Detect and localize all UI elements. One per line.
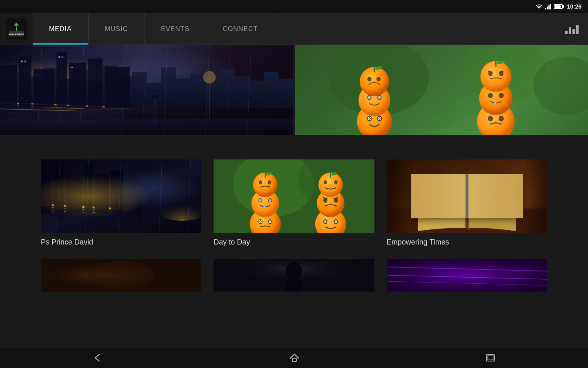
recents-button[interactable] (470, 351, 511, 365)
spacer (0, 135, 588, 147)
tab-connect[interactable]: CONNECT (206, 13, 274, 45)
svg-point-111 (334, 180, 338, 184)
thumbnail-day-to-day[interactable]: Day to Day (214, 159, 374, 247)
svg-rect-72 (111, 170, 123, 213)
logo-svg: NEW RIVERS (7, 19, 26, 39)
svg-line-76 (57, 159, 60, 233)
svg-line-13 (0, 109, 76, 111)
svg-line-77 (86, 159, 89, 233)
svg-rect-15 (19, 56, 31, 107)
hero-city[interactable] (0, 45, 293, 135)
svg-rect-21 (21, 61, 22, 62)
svg-rect-68 (54, 166, 64, 213)
svg-text:NEW RIVERS: NEW RIVERS (9, 33, 24, 36)
wifi-icon (535, 4, 543, 9)
svg-rect-25 (71, 67, 73, 68)
svg-point-49 (367, 77, 371, 81)
bottom-thumb-1[interactable] (41, 259, 201, 292)
thumbnail-ps-prince-david[interactable]: Ps Prince David (41, 159, 201, 247)
thumbnails-bottom (0, 259, 588, 292)
svg-line-80 (188, 159, 191, 233)
svg-line-78 (118, 159, 121, 233)
svg-rect-116 (465, 180, 468, 228)
thumb-label-1: Ps Prince David (41, 238, 201, 247)
city-svg (0, 45, 293, 135)
logo-box: NEW RIVERS (6, 18, 27, 40)
svg-point-56 (488, 93, 493, 98)
bottom-thumb-2[interactable] (214, 259, 374, 292)
svg-rect-19 (88, 58, 102, 107)
thumb-oranges-svg (214, 159, 374, 233)
back-icon (93, 354, 103, 362)
main-content: Ps Prince David (0, 45, 588, 348)
status-bar: 10:26 (0, 0, 588, 13)
thumbnails-grid: Ps Prince David (41, 159, 547, 247)
svg-point-98 (259, 180, 262, 184)
svg-point-54 (499, 116, 504, 121)
tab-media[interactable]: MEDIA (33, 13, 89, 45)
thumb-label-2: Day to Day (214, 238, 374, 247)
navbar: NEW RIVERS MEDIA MUSIC EVENTS CONNECT (0, 13, 588, 45)
home-icon (290, 353, 299, 362)
svg-line-121 (426, 210, 463, 211)
battery-icon (554, 4, 563, 9)
back-button[interactable] (77, 350, 119, 365)
svg-point-96 (263, 205, 265, 208)
svg-rect-132 (524, 159, 547, 233)
svg-rect-17 (56, 52, 67, 107)
home-button[interactable] (273, 350, 316, 366)
thumb-city-svg (41, 159, 201, 233)
svg-rect-30 (0, 119, 293, 135)
bottom-thumb-3[interactable] (387, 259, 547, 292)
svg-point-46 (368, 96, 371, 99)
svg-point-47 (378, 96, 381, 99)
hero-row (0, 45, 588, 135)
svg-line-119 (426, 202, 463, 202)
svg-rect-18 (69, 63, 86, 107)
svg-rect-67 (41, 172, 52, 213)
svg-line-125 (471, 197, 508, 198)
svg-rect-147 (488, 356, 493, 360)
status-icons: 10:26 (535, 3, 581, 10)
svg-line-64 (41, 204, 113, 209)
tab-events[interactable]: EVENTS (145, 13, 206, 45)
svg-rect-23 (59, 56, 60, 58)
svg-point-138 (286, 262, 302, 280)
svg-line-126 (471, 202, 508, 202)
svg-line-65 (41, 206, 105, 211)
svg-point-50 (376, 77, 381, 81)
svg-point-75 (136, 203, 142, 209)
svg-line-117 (426, 193, 463, 194)
thumbnail-empowering-times[interactable]: Empowering Times (387, 159, 547, 247)
nav-right (555, 24, 588, 34)
bar-chart-icon[interactable] (565, 24, 579, 34)
svg-point-94 (259, 199, 262, 202)
svg-line-66 (41, 211, 97, 213)
hero-oranges[interactable] (295, 45, 588, 135)
svg-rect-63 (41, 159, 201, 233)
svg-rect-131 (387, 159, 410, 233)
svg-point-110 (324, 180, 327, 184)
svg-rect-139 (286, 280, 302, 292)
svg-point-73 (150, 180, 202, 221)
svg-point-135 (89, 261, 154, 289)
thumbnails-section: Ps Prince David (0, 147, 588, 255)
svg-rect-70 (85, 164, 93, 213)
svg-rect-71 (95, 174, 109, 213)
svg-line-124 (471, 193, 508, 194)
svg-rect-20 (105, 67, 130, 107)
svg-point-53 (488, 116, 493, 121)
svg-rect-145 (292, 358, 296, 361)
svg-line-122 (426, 214, 463, 215)
svg-point-57 (499, 93, 504, 98)
svg-rect-16 (33, 69, 54, 107)
svg-rect-22 (24, 61, 26, 62)
svg-rect-69 (66, 178, 82, 213)
svg-point-104 (324, 220, 327, 223)
oranges-svg (295, 45, 588, 135)
nav-tabs: MEDIA MUSIC EVENTS CONNECT (33, 13, 555, 45)
svg-line-128 (471, 210, 508, 211)
tab-music[interactable]: MUSIC (89, 13, 145, 45)
svg-rect-24 (62, 56, 63, 58)
thumb-label-3: Empowering Times (387, 238, 547, 247)
